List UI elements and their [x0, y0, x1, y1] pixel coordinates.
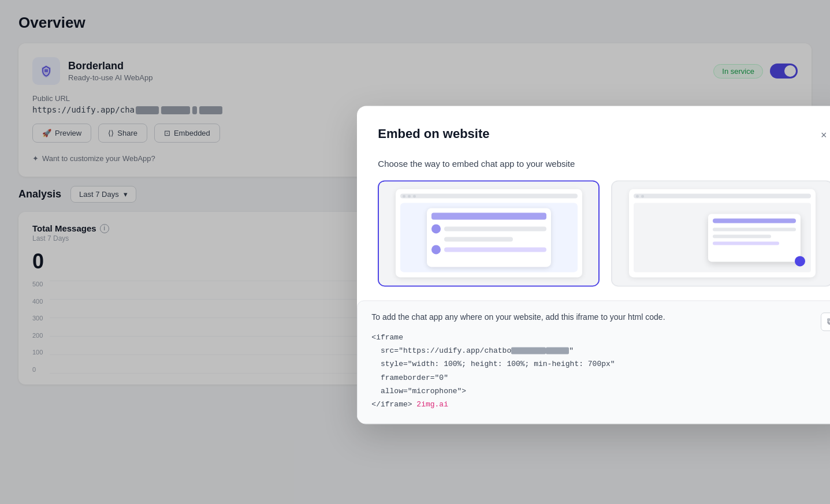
float-dot-2	[641, 195, 644, 197]
chat-message-1	[431, 224, 546, 233]
code-line-6: </iframe> 2img.ai	[371, 398, 830, 412]
float-chat-header	[713, 218, 796, 223]
browser-dot-1	[403, 195, 405, 197]
chat-bubble-1	[444, 226, 546, 231]
copy-button[interactable]: ⧉	[821, 312, 830, 331]
chat-bubble-2	[444, 237, 513, 241]
browser-bar	[400, 193, 578, 198]
code-line-5: allow="microphone">	[371, 384, 830, 398]
watermark: 2img.ai	[416, 401, 448, 409]
float-browser	[629, 189, 816, 277]
code-instruction: To add the chat app any where on your we…	[371, 312, 830, 322]
chat-avatar	[431, 224, 441, 233]
modal-subtitle: Choose the way to embed chat app to your…	[378, 159, 830, 169]
close-button[interactable]: ×	[814, 126, 830, 145]
chat-message-2	[431, 245, 546, 254]
modal-header: Embed on website ×	[378, 126, 830, 145]
code-line-1: <iframe	[371, 331, 830, 344]
iframe-preview	[379, 181, 598, 285]
float-content	[634, 203, 811, 272]
code-block: <iframe src="https://udify.app/chatbo" s…	[371, 331, 830, 412]
float-chat	[708, 214, 801, 262]
modal-title: Embed on website	[378, 126, 489, 141]
widget-preview	[612, 181, 830, 285]
chat-widget-preview	[427, 208, 551, 267]
embed-options	[378, 180, 830, 286]
float-dot-1	[636, 195, 639, 197]
embed-modal: Embed on website × Choose the way to emb…	[357, 106, 830, 424]
chat-header-preview	[431, 212, 546, 219]
float-msg-3	[713, 241, 779, 245]
float-preview	[629, 189, 816, 277]
code-redacted-2	[546, 348, 569, 354]
code-redacted-1	[511, 348, 546, 354]
float-bubble-dot	[795, 256, 805, 266]
code-section: To add the chat app any where on your we…	[357, 300, 830, 424]
embed-option-iframe[interactable]	[378, 180, 600, 286]
chat-bubble-3	[444, 247, 546, 252]
float-msg-2	[713, 234, 771, 238]
embed-option-widget[interactable]	[611, 180, 830, 286]
browser-dot-3	[413, 195, 416, 197]
browser-content	[400, 203, 578, 272]
float-browser-bar	[634, 193, 811, 198]
code-line-4: frameborder="0"	[371, 371, 830, 384]
chat-avatar-2	[431, 245, 441, 254]
code-tag-open: <iframe	[371, 333, 403, 342]
browser-dot-2	[408, 195, 411, 197]
code-line-3: style="width: 100%; height: 100%; min-he…	[371, 358, 830, 371]
code-line-2: src="https://udify.app/chatbo"	[371, 344, 830, 357]
float-msg-1	[713, 227, 796, 231]
copy-icon: ⧉	[827, 316, 830, 327]
browser-preview	[396, 189, 582, 277]
